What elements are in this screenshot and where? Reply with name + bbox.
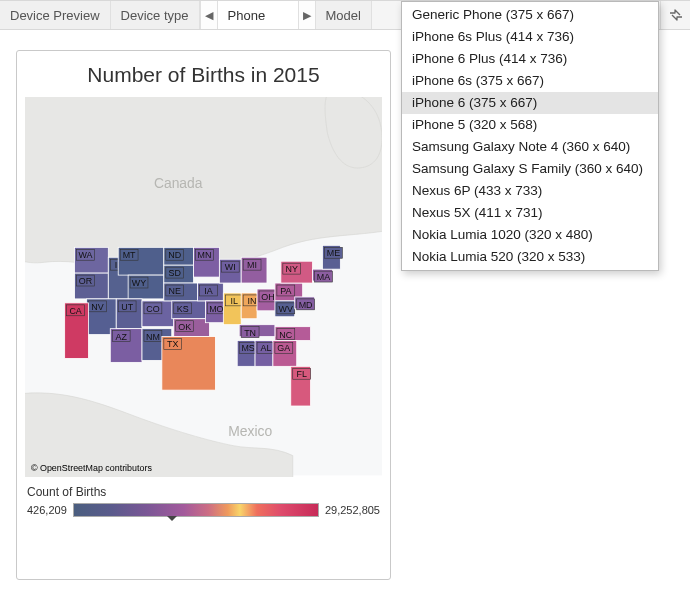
- state-label-ne: NE: [169, 286, 181, 296]
- device-type-prev-button[interactable]: ◀: [200, 1, 218, 29]
- color-legend: Count of Births 426,209 29,252,805: [27, 485, 380, 517]
- country-label-canada: Canada: [154, 175, 203, 191]
- state-label-fl: FL: [296, 369, 306, 379]
- device-type-label: Device type: [111, 1, 200, 29]
- model-dropdown[interactable]: Generic Phone (375 x 667)iPhone 6s Plus …: [401, 1, 659, 271]
- state-label-or: OR: [79, 276, 93, 286]
- state-label-ny: NY: [286, 264, 298, 274]
- legend-title: Count of Births: [27, 485, 380, 499]
- state-label-mi: MI: [247, 260, 257, 270]
- state-label-az: AZ: [115, 332, 127, 342]
- state-label-wy: WY: [132, 278, 146, 288]
- state-label-ca: CA: [69, 306, 81, 316]
- state-label-oh: OH: [261, 292, 274, 302]
- state-label-ga: GA: [277, 343, 290, 353]
- state-label-pa: PA: [280, 286, 291, 296]
- state-label-wi: WI: [225, 262, 236, 272]
- state-label-nc: NC: [279, 330, 292, 340]
- swap-icon: [667, 6, 685, 24]
- model-option[interactable]: Nexus 5X (411 x 731): [402, 202, 658, 224]
- model-label: Model: [316, 1, 372, 29]
- state-label-ok: OK: [178, 322, 191, 332]
- state-label-co: CO: [146, 304, 159, 314]
- state-label-ks: KS: [177, 304, 189, 314]
- state-label-nm: NM: [146, 332, 160, 342]
- state-label-al: AL: [261, 343, 272, 353]
- model-option[interactable]: iPhone 6 (375 x 667): [402, 92, 658, 114]
- viz-title: Number of Births in 2015: [17, 51, 390, 91]
- device-type-selector[interactable]: ◀ Phone ▶: [200, 1, 316, 29]
- device-preview-button[interactable]: Device Preview: [0, 1, 111, 29]
- model-option[interactable]: Nokia Lumia 520 (320 x 533): [402, 246, 658, 268]
- model-option[interactable]: Generic Phone (375 x 667): [402, 4, 658, 26]
- swap-orientation-button[interactable]: [660, 1, 690, 29]
- state-label-ms: MS: [241, 343, 254, 353]
- model-option[interactable]: Samsung Galaxy S Family (360 x 640): [402, 158, 658, 180]
- legend-max: 29,252,805: [325, 504, 380, 516]
- device-type-next-button[interactable]: ▶: [298, 1, 316, 29]
- model-option[interactable]: iPhone 6s (375 x 667): [402, 70, 658, 92]
- model-option[interactable]: iPhone 5 (320 x 568): [402, 114, 658, 136]
- state-label-mt: MT: [123, 250, 136, 260]
- model-option[interactable]: iPhone 6 Plus (414 x 736): [402, 48, 658, 70]
- model-option[interactable]: Samsung Galaxy Note 4 (360 x 640): [402, 136, 658, 158]
- map-attribution: © OpenStreetMap contributors: [31, 463, 152, 473]
- country-label-mexico: Mexico: [228, 423, 272, 439]
- legend-gradient: [73, 503, 319, 517]
- model-option[interactable]: Nexus 6P (433 x 733): [402, 180, 658, 202]
- state-label-ma: MA: [317, 272, 330, 282]
- model-option[interactable]: iPhone 6s Plus (414 x 736): [402, 26, 658, 48]
- device-type-value: Phone: [218, 1, 298, 29]
- state-label-tn: TN: [244, 328, 256, 338]
- state-label-wv: WV: [279, 304, 293, 314]
- device-preview-canvas: Number of Births in 2015 Canada Mexico W…: [16, 50, 391, 580]
- state-label-wa: WA: [78, 250, 92, 260]
- state-label-in: IN: [248, 296, 257, 306]
- state-label-mn: MN: [198, 250, 212, 260]
- state-label-md: MD: [299, 300, 313, 310]
- state-label-ia: IA: [204, 286, 212, 296]
- state-label-mo: MO: [209, 304, 223, 314]
- state-label-sd: SD: [169, 268, 181, 278]
- legend-min: 426,209: [27, 504, 67, 516]
- state-label-nd: ND: [168, 250, 181, 260]
- state-label-ut: UT: [121, 302, 133, 312]
- state-label-tx: TX: [167, 339, 178, 349]
- model-option[interactable]: Nokia Lumia 1020 (320 x 480): [402, 224, 658, 246]
- state-label-il: IL: [231, 296, 238, 306]
- state-label-me: ME: [327, 248, 340, 258]
- state-label-nv: NV: [91, 302, 103, 312]
- map-view[interactable]: Canada Mexico WAORIDMTWYNVUTCOAZNMNDSDNE…: [25, 97, 382, 477]
